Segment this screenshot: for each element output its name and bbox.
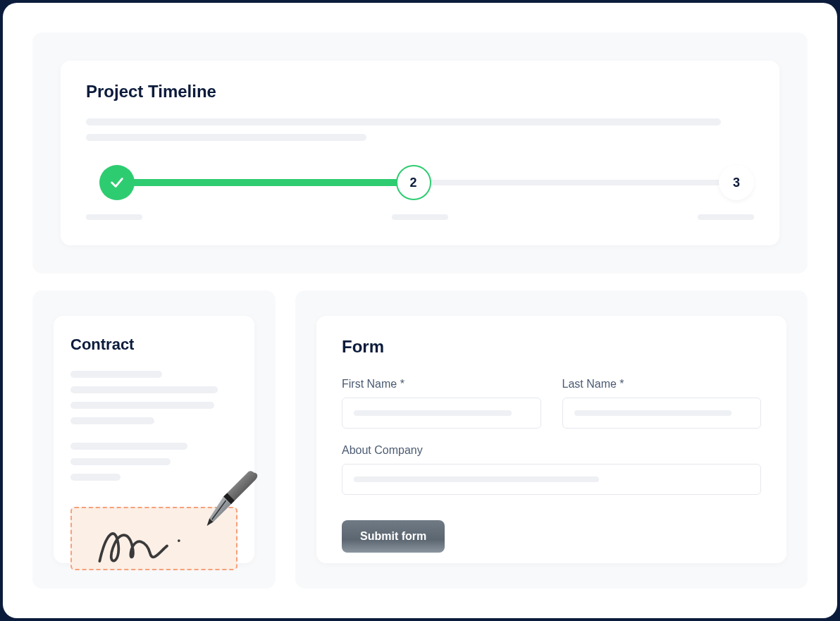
form-row-names: First Name * Last Name * xyxy=(342,378,761,429)
last-name-input[interactable] xyxy=(562,398,762,429)
svg-point-0 xyxy=(178,539,180,542)
step-3-label: 3 xyxy=(733,176,740,190)
first-name-label: First Name * xyxy=(342,378,541,391)
step-1-done[interactable] xyxy=(99,165,135,200)
placeholder-line xyxy=(70,474,121,481)
placeholder-line xyxy=(86,214,142,220)
submit-button-label: Submit form xyxy=(360,530,426,542)
contract-panel: Contract xyxy=(32,290,276,589)
timeline-card: Project Timeline 2 3 xyxy=(61,61,779,245)
placeholder-line xyxy=(70,402,214,409)
contract-card: Contract xyxy=(54,316,254,563)
signature-area[interactable] xyxy=(70,507,237,570)
placeholder-line xyxy=(574,410,732,416)
signature-icon xyxy=(93,510,199,573)
timeline-title: Project Timeline xyxy=(86,82,754,102)
placeholder-line xyxy=(354,410,512,416)
step-2-current[interactable]: 2 xyxy=(396,165,431,200)
step-captions xyxy=(86,214,754,220)
placeholder-line xyxy=(70,371,162,378)
last-name-label: Last Name * xyxy=(562,378,762,391)
last-name-field-wrap: Last Name * xyxy=(562,378,762,429)
timeline-panel: Project Timeline 2 3 xyxy=(32,32,808,273)
placeholder-line xyxy=(70,417,154,424)
app-frame: Project Timeline 2 3 xyxy=(3,3,837,618)
stepper: 2 3 xyxy=(86,164,754,202)
timeline-placeholder-text xyxy=(86,118,754,141)
placeholder-line xyxy=(354,476,599,482)
about-company-field-wrap: About Company xyxy=(342,444,761,495)
first-name-input[interactable] xyxy=(342,398,541,429)
bottom-grid: Contract xyxy=(32,290,808,589)
placeholder-line xyxy=(86,134,366,141)
about-company-input[interactable] xyxy=(342,464,761,495)
about-company-label: About Company xyxy=(342,444,761,457)
placeholder-line xyxy=(70,458,171,465)
step-3-future[interactable]: 3 xyxy=(719,165,754,200)
submit-button[interactable]: Submit form xyxy=(342,520,445,553)
fountain-pen-icon xyxy=(198,469,261,532)
contract-title: Contract xyxy=(70,336,237,354)
stepper-progress xyxy=(103,179,410,186)
placeholder-line xyxy=(70,386,218,393)
form-title: Form xyxy=(342,337,761,357)
form-card: Form First Name * Last Name * xyxy=(316,316,786,563)
placeholder-line xyxy=(392,214,448,220)
first-name-field-wrap: First Name * xyxy=(342,378,541,429)
step-2-label: 2 xyxy=(410,176,417,190)
check-icon xyxy=(109,175,125,190)
form-panel: Form First Name * Last Name * xyxy=(295,290,808,589)
contract-placeholder-text xyxy=(70,371,237,481)
placeholder-line xyxy=(698,214,754,220)
placeholder-line xyxy=(70,443,187,450)
placeholder-line xyxy=(86,118,721,125)
